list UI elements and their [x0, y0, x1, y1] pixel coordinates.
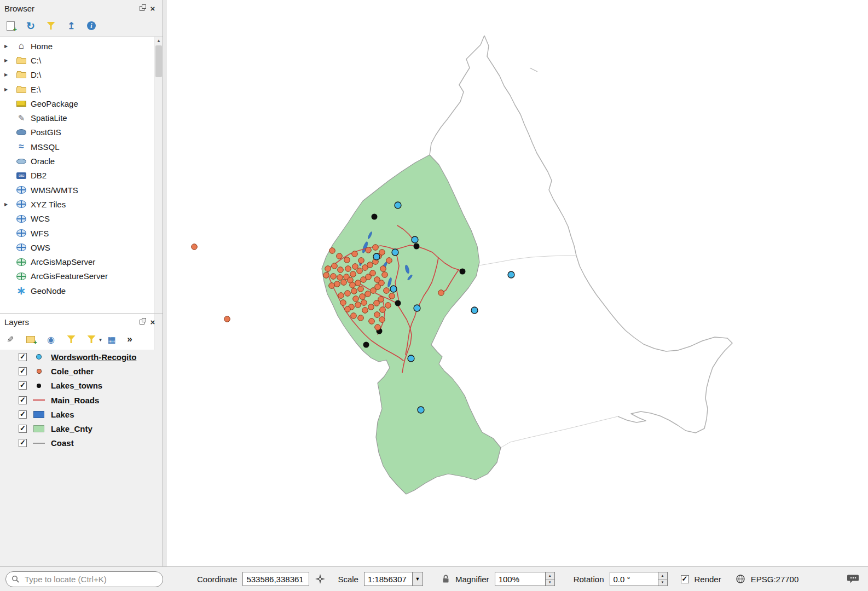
expand-arrow-icon[interactable]: ▶	[4, 87, 16, 92]
spin-down-icon[interactable]: ▼	[658, 580, 667, 586]
folder-icon	[16, 58, 26, 64]
browser-toolbar	[0, 16, 163, 35]
browser-item-label: GeoNode	[31, 286, 66, 296]
browser-close-button[interactable]: ×	[147, 3, 158, 13]
browser-item-xyz-tiles[interactable]: ▶XYZ Tiles	[0, 197, 154, 211]
locator-searchbox[interactable]	[5, 571, 163, 587]
expand-arrow-icon[interactable]: ▶	[4, 202, 16, 207]
filter-button[interactable]	[64, 332, 78, 346]
browser-item-postgis[interactable]: PostGIS	[0, 125, 154, 140]
spin-up-icon[interactable]: ▲	[546, 572, 554, 580]
browser-item-c[interactable]: ▶C:\	[0, 53, 154, 67]
add-group-button[interactable]	[24, 332, 38, 346]
marker-cole	[362, 308, 368, 314]
messages-icon[interactable]	[847, 574, 859, 584]
scale-input[interactable]	[364, 572, 412, 586]
search-input[interactable]	[24, 574, 157, 584]
refresh-button[interactable]	[24, 19, 38, 33]
render-checkbox[interactable]	[681, 575, 689, 583]
crs-status[interactable]: EPSG:27700	[751, 575, 799, 584]
layers-close-button[interactable]: ×	[147, 317, 158, 327]
globe-icon	[16, 186, 26, 194]
symbol-swatch	[37, 384, 41, 388]
scale-combobox[interactable]: ▼	[364, 572, 423, 586]
browser-item-wcs[interactable]: WCS	[0, 212, 154, 226]
layer-visibility-checkbox[interactable]	[19, 410, 27, 419]
marker-cole	[358, 286, 364, 292]
scroll-up-icon[interactable]: ▲	[154, 37, 163, 44]
layer-row-coast[interactable]: Coast	[0, 436, 163, 450]
browser-item-db2[interactable]: DB2	[0, 169, 154, 183]
marker-wordsworth	[418, 407, 424, 413]
expand-arrow-icon[interactable]: ▶	[4, 72, 16, 77]
browser-item-geonode[interactable]: GeoNode	[0, 283, 154, 298]
browser-item-wfs[interactable]: WFS	[0, 226, 154, 240]
browser-item-label: DB2	[31, 171, 47, 180]
lock-scale-icon[interactable]	[442, 575, 450, 583]
browser-item-d[interactable]: ▶D:\	[0, 68, 154, 82]
browser-item-arcgismapserver[interactable]: ArcGisMapServer	[0, 254, 154, 269]
marker-cole	[358, 315, 364, 321]
marker-cole	[344, 257, 350, 263]
marker-cole	[338, 293, 344, 299]
expand-arrow-icon[interactable]: ▶	[4, 58, 16, 63]
expression-filter-button[interactable]	[84, 332, 99, 346]
layer-visibility-checkbox[interactable]	[19, 425, 27, 433]
layer-visibility-checkbox[interactable]	[19, 367, 27, 375]
spin-up-icon[interactable]: ▲	[658, 572, 667, 580]
filter-browser-button[interactable]	[44, 19, 58, 33]
magnifier-spinbox[interactable]: ▲ ▼	[495, 572, 555, 586]
home-icon	[16, 42, 26, 50]
layer-visibility-checkbox[interactable]	[19, 381, 27, 390]
browser-item-label: PostGIS	[31, 128, 61, 137]
rotation-input[interactable]	[610, 572, 658, 586]
marker-cole	[389, 293, 395, 299]
layer-order-button[interactable]	[105, 332, 119, 346]
browser-item-ows[interactable]: OWS	[0, 240, 154, 254]
layer-row-lakes[interactable]: Lakes	[0, 407, 163, 421]
magnifier-input[interactable]	[495, 572, 545, 586]
collapse-all-button[interactable]	[64, 19, 78, 33]
browser-item-e[interactable]: ▶E:\	[0, 82, 154, 96]
layer-row-wordsworth-recogito[interactable]: Wordsworth-Recogito	[0, 350, 163, 364]
layers-float-button[interactable]	[136, 317, 147, 327]
expand-arrow-icon[interactable]: ▶	[4, 44, 16, 49]
layer-visibility-checkbox[interactable]	[19, 396, 27, 404]
map-canvas[interactable]	[167, 0, 868, 566]
layer-row-main-roads[interactable]: Main_Roads	[0, 393, 163, 407]
more-button[interactable]	[125, 332, 135, 346]
mssql-icon	[16, 142, 26, 151]
layer-row-cole-other[interactable]: Cole_other	[0, 364, 163, 378]
marker-cole	[374, 277, 380, 283]
browser-float-button[interactable]	[136, 3, 147, 13]
add-selected-layers-button[interactable]	[3, 19, 18, 33]
scale-dropdown-button[interactable]: ▼	[412, 572, 423, 586]
browser-item-mssql[interactable]: MSSQL	[0, 140, 154, 154]
browser-item-spatialite[interactable]: SpatiaLite	[0, 111, 154, 125]
scrollbar-thumb[interactable]	[155, 45, 162, 77]
browser-item-wms-wmts[interactable]: WMS/WMTS	[0, 183, 154, 197]
browser-item-label: MSSQL	[31, 142, 60, 152]
rotation-spinbox[interactable]: ▲ ▼	[610, 572, 668, 586]
layer-row-lake-cnty[interactable]: Lake_Cnty	[0, 421, 163, 436]
marker-cole	[353, 296, 359, 302]
marker-town	[363, 342, 369, 348]
layer-row-lakes-towns[interactable]: Lakes_towns	[0, 379, 163, 393]
marker-cole	[373, 245, 379, 251]
browser-item-geopackage[interactable]: GeoPackage	[0, 96, 154, 111]
themes-button[interactable]	[44, 332, 58, 346]
spin-down-icon[interactable]: ▼	[546, 580, 554, 586]
styling-button[interactable]	[3, 332, 18, 346]
layer-visibility-checkbox[interactable]	[19, 439, 27, 447]
browser-item-arcgisfeatureserver[interactable]: ArcGisFeatureServer	[0, 269, 154, 283]
browser-item-oracle[interactable]: Oracle	[0, 154, 154, 168]
extent-icon[interactable]	[315, 573, 326, 584]
browser-item-home[interactable]: ▶Home	[0, 39, 154, 53]
layers-panel-header: Layers ×	[0, 314, 163, 330]
layer-visibility-checkbox[interactable]	[19, 353, 27, 361]
marker-cole	[368, 304, 374, 310]
properties-button[interactable]	[84, 19, 99, 33]
coordinate-input[interactable]	[242, 572, 309, 586]
crs-globe-icon[interactable]	[736, 574, 745, 584]
marker-cole	[385, 303, 391, 309]
